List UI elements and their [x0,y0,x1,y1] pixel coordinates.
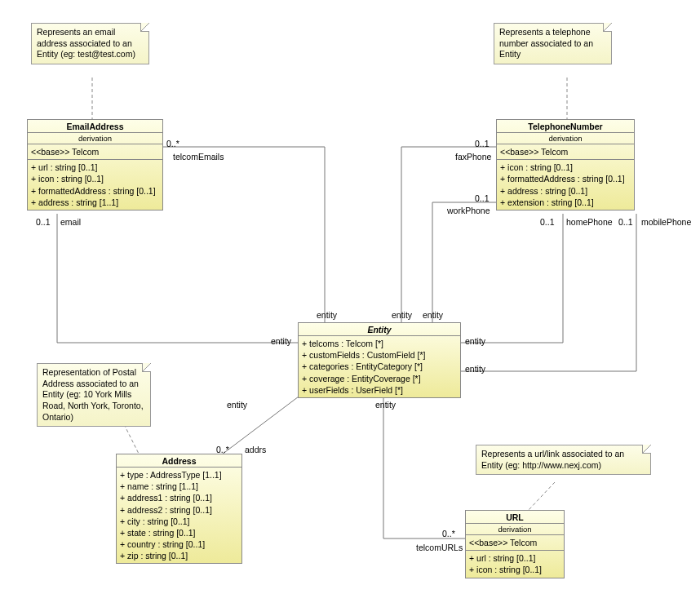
class-name: Entity [299,323,460,336]
role-label: homePhone [566,217,613,227]
attr: + zip : string [0..1] [120,550,238,561]
role-label: entity [423,310,443,320]
class-address: Address + type : AddressType [1..1] + na… [116,454,242,564]
attr: + type : AddressType [1..1] [120,469,238,481]
note-telephone: Represents a telephone number associated… [494,23,612,64]
attr: + categories : EntityCategory [*] [302,361,457,372]
note-text: Represents a telephone number associated… [499,27,593,59]
class-entity: Entity + telcoms : Telcom [*] + customFi… [298,322,461,398]
class-url: URL derivation <<base>> Telcom + url : s… [465,510,565,578]
note-text: Represents a url/link associated to an E… [481,449,624,470]
attr: + state : string [0..1] [120,527,238,538]
role-label: entity [465,336,485,346]
class-name: URL [466,511,564,524]
attr: + coverage : EntityCoverage [*] [302,373,457,384]
attr: + url : string [0..1] [31,162,159,173]
note-text: Represents an email address associated t… [37,27,135,59]
mult-label: 0..1 [475,193,490,203]
mult-label: 0..1 [618,217,633,227]
class-subtitle: derivation [28,133,162,144]
class-subtitle: derivation [466,524,564,535]
note-url: Represents a url/link associated to an E… [476,445,651,475]
role-label: faxPhone [455,152,491,162]
attr: + name : string [1..1] [120,481,238,492]
role-label: entity [465,364,485,374]
role-label: addrs [245,445,266,454]
attr: + address : string [1..1] [31,197,159,208]
class-name: Address [117,454,241,468]
role-label: telcomURLs [416,543,463,552]
role-label: email [60,217,81,227]
class-base: <<base>> Telcom [31,146,159,157]
class-subtitle: derivation [497,133,634,144]
role-label: mobilePhone [641,217,691,227]
class-telephone-number: TelephoneNumber derivation <<base>> Telc… [496,119,635,211]
class-name: EmailAddress [28,120,162,133]
note-text: Representation of Postal Address associa… [42,367,144,422]
mult-label: 0..* [442,529,455,538]
attr: + city : string [0..1] [120,516,238,527]
role-label: entity [375,400,396,410]
note-email: Represents an email address associated t… [31,23,149,64]
attr: + address : string [0..1] [500,185,631,197]
class-base: <<base>> Telcom [500,146,631,157]
attr: + icon : string [0..1] [469,564,560,575]
attr: + userFields : UserField [*] [302,384,457,396]
attr: + formattedAddress : string [0..1] [31,185,159,197]
mult-label: 0..* [216,445,229,454]
role-label: entity [317,310,337,320]
class-email-address: EmailAddress derivation <<base>> Telcom … [27,119,163,211]
attr: + url : string [0..1] [469,552,560,564]
attr: + icon : string [0..1] [31,173,159,184]
role-label: entity [271,336,291,346]
role-label: entity [392,310,412,320]
attr: + formattedAddress : string [0..1] [500,173,631,184]
mult-label: 0..1 [475,139,490,148]
attr: + address1 : string [0..1] [120,492,238,503]
attr: + telcoms : Telcom [*] [302,338,457,349]
role-label: workPhone [447,206,490,215]
attr: + country : string [0..1] [120,538,238,550]
class-name: TelephoneNumber [497,120,634,133]
mult-label: 0..1 [540,217,555,227]
role-label: telcomEmails [173,152,224,162]
note-address: Representation of Postal Address associa… [37,363,151,427]
mult-label: 0..1 [36,217,51,227]
attr: + extension : string [0..1] [500,197,631,208]
diagram-lines [0,0,700,616]
role-label: entity [227,400,247,410]
attr: + address2 : string [0..1] [120,504,238,516]
svg-line-2 [124,424,139,454]
class-base: <<base>> Telcom [469,537,560,548]
svg-line-3 [529,482,555,510]
attr: + customFields : CustomField [*] [302,349,457,361]
attr: + icon : string [0..1] [500,162,631,173]
mult-label: 0..* [166,139,179,148]
